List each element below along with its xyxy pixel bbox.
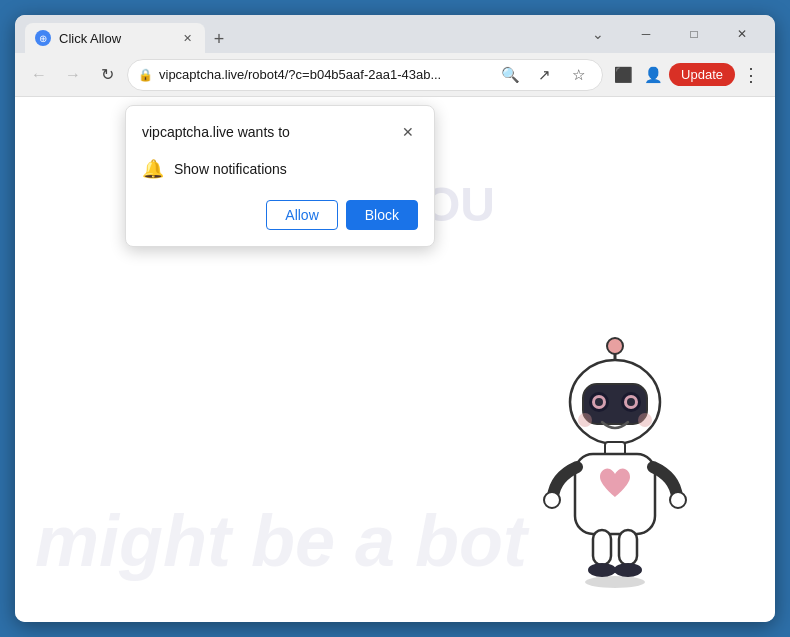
nav-right-icons: ⬛ 👤 Update ⋮ xyxy=(609,61,765,89)
svg-point-1 xyxy=(607,338,623,354)
svg-point-20 xyxy=(585,576,645,588)
share-icon[interactable]: ↗ xyxy=(530,61,558,89)
svg-point-11 xyxy=(638,413,652,427)
svg-point-9 xyxy=(627,398,635,406)
menu-button[interactable]: ⋮ xyxy=(737,61,765,89)
tabs-area: ⊕ Click Allow ✕ + xyxy=(25,15,567,53)
popup-buttons: Allow Block xyxy=(142,200,418,230)
update-button[interactable]: Update xyxy=(669,63,735,86)
profile-icon[interactable]: 👤 xyxy=(639,61,667,89)
forward-button[interactable]: → xyxy=(59,61,87,89)
notification-row: 🔔 Show notifications xyxy=(142,154,418,184)
notification-popup: vipcaptcha.live wants to ✕ 🔔 Show notifi… xyxy=(125,105,435,247)
maximize-button[interactable]: □ xyxy=(671,15,717,53)
address-text: vipcaptcha.live/robot4/?c=b04b5aaf-2aa1-… xyxy=(159,67,490,82)
window-controls: ⌄ ─ □ ✕ xyxy=(575,15,765,53)
svg-point-8 xyxy=(595,398,603,406)
popup-close-button[interactable]: ✕ xyxy=(398,122,418,142)
svg-point-10 xyxy=(578,413,592,427)
popup-header: vipcaptcha.live wants to ✕ xyxy=(142,122,418,142)
back-button[interactable]: ← xyxy=(25,61,53,89)
title-bar: ⊕ Click Allow ✕ + ⌄ ─ □ ✕ xyxy=(15,15,775,53)
minimize-button[interactable]: ─ xyxy=(623,15,669,53)
tab-close-button[interactable]: ✕ xyxy=(179,30,195,46)
allow-button[interactable]: Allow xyxy=(266,200,337,230)
browser-window: ⊕ Click Allow ✕ + ⌄ ─ □ ✕ ← → ↻ 🔒 vipcap… xyxy=(15,15,775,622)
tab-search-button[interactable]: ⌄ xyxy=(575,15,621,53)
split-screen-icon[interactable]: ⬛ xyxy=(609,61,637,89)
bell-icon: 🔔 xyxy=(142,158,164,180)
refresh-button[interactable]: ↻ xyxy=(93,61,121,89)
robot-illustration xyxy=(515,322,715,602)
block-button[interactable]: Block xyxy=(346,200,418,230)
svg-point-18 xyxy=(588,563,616,577)
robot-svg xyxy=(515,322,715,602)
search-icon[interactable]: 🔍 xyxy=(496,61,524,89)
bg-watermark: might be a bot xyxy=(35,500,527,582)
active-tab[interactable]: ⊕ Click Allow ✕ xyxy=(25,23,205,53)
address-bar[interactable]: 🔒 vipcaptcha.live/robot4/?c=b04b5aaf-2aa… xyxy=(127,59,603,91)
new-tab-button[interactable]: + xyxy=(205,25,233,53)
svg-rect-16 xyxy=(593,530,611,565)
nav-bar: ← → ↻ 🔒 vipcaptcha.live/robot4/?c=b04b5a… xyxy=(15,53,775,97)
tab-favicon: ⊕ xyxy=(35,30,51,46)
svg-point-19 xyxy=(614,563,642,577)
tab-title: Click Allow xyxy=(59,31,121,46)
bookmark-icon[interactable]: ☆ xyxy=(564,61,592,89)
close-button[interactable]: ✕ xyxy=(719,15,765,53)
page-content: YOU might be a bot vipcaptcha.live wants… xyxy=(15,97,775,622)
svg-point-14 xyxy=(544,492,560,508)
notification-label: Show notifications xyxy=(174,161,287,177)
svg-rect-17 xyxy=(619,530,637,565)
lock-icon: 🔒 xyxy=(138,68,153,82)
popup-title: vipcaptcha.live wants to xyxy=(142,124,290,140)
svg-point-15 xyxy=(670,492,686,508)
